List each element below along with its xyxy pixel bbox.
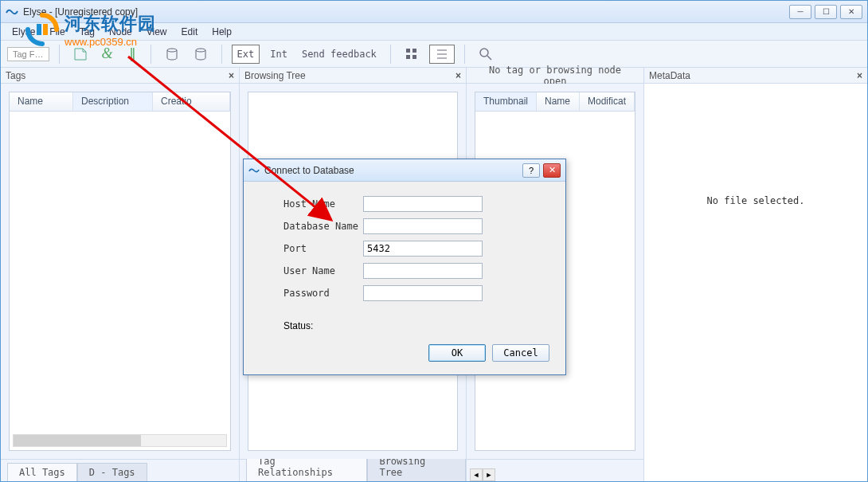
metadata-panel: MetaData × No file selected.	[644, 68, 867, 481]
dialog-app-icon	[248, 166, 260, 175]
browsing-panel-header: Browsing Tree ×	[240, 68, 466, 84]
user-input[interactable]	[363, 263, 483, 279]
list-column-headers: Thumbnail Name Modificat	[475, 92, 635, 112]
svg-point-9	[480, 49, 488, 57]
database-input[interactable]	[363, 218, 483, 234]
metadata-panel-title: MetaData	[649, 70, 690, 81]
svg-line-10	[487, 56, 491, 60]
menu-help[interactable]: Help	[205, 25, 238, 39]
svg-rect-3	[412, 49, 416, 53]
port-label: Port	[283, 243, 363, 254]
status-label: Status:	[283, 320, 313, 331]
metadata-empty-text: No file selected.	[644, 84, 867, 206]
database-label: Database Name	[283, 221, 363, 232]
view-thumbnails-icon[interactable]	[401, 45, 423, 64]
svg-rect-4	[406, 55, 410, 59]
svg-rect-5	[412, 55, 416, 59]
port-input[interactable]	[363, 241, 483, 257]
tab-d-tags[interactable]: D - Tags	[77, 463, 147, 481]
toolbar: Tag F… & || Ext Int Send feedback	[1, 41, 867, 68]
menu-view[interactable]: View	[140, 25, 174, 39]
list-panel-header: No tag or browsing node open	[467, 68, 643, 84]
col-description[interactable]: Description	[73, 92, 153, 111]
tags-panel: Tags × Name Description Creatio All Tags…	[1, 68, 240, 481]
cancel-button[interactable]: Cancel	[492, 344, 549, 362]
ampersand-tool-icon[interactable]: &	[98, 45, 117, 64]
dialog-close-button[interactable]: ✕	[543, 163, 561, 178]
svg-point-1	[196, 49, 205, 52]
user-label: User Name	[283, 265, 363, 276]
view-list-icon[interactable]	[429, 45, 455, 64]
send-feedback-button[interactable]: Send feedback	[298, 45, 381, 64]
dialog-titlebar: Connect to Database ? ✕	[244, 159, 565, 182]
host-input[interactable]	[363, 196, 483, 212]
maximize-button[interactable]: ☐	[815, 5, 837, 19]
tags-panel-title: Tags	[6, 70, 25, 81]
metadata-panel-header: MetaData ×	[644, 68, 867, 84]
close-button[interactable]: ✕	[840, 5, 862, 19]
menubar: Elyse File Tag Node View Edit Help	[1, 23, 867, 41]
metadata-panel-close-icon[interactable]: ×	[857, 70, 862, 81]
pause-tool-icon[interactable]: ||	[123, 45, 141, 64]
tab-all-tags[interactable]: All Tags	[7, 463, 77, 481]
col-thumbnail[interactable]: Thumbnail	[475, 92, 537, 111]
database-icon-2[interactable]	[190, 45, 212, 64]
ok-button[interactable]: OK	[428, 344, 486, 362]
menu-tag[interactable]: Tag	[73, 25, 101, 39]
scroll-right-icon[interactable]: ►	[483, 468, 495, 481]
menu-node[interactable]: Node	[103, 25, 139, 39]
col-list-name[interactable]: Name	[537, 92, 580, 111]
menu-file[interactable]: File	[43, 25, 71, 39]
password-label: Password	[283, 288, 363, 299]
dialog-help-button[interactable]: ?	[522, 163, 540, 178]
host-label: Host Name	[283, 198, 363, 210]
col-modification[interactable]: Modificat	[580, 92, 635, 111]
tags-bottom-tabs: All Tags D - Tags	[1, 459, 239, 481]
tags-panel-header: Tags ×	[1, 68, 239, 84]
window-title: Elyse - [Unregistered copy]	[23, 6, 789, 18]
col-name[interactable]: Name	[10, 92, 73, 111]
list-bottom-scroll: ◄ ►	[467, 459, 643, 481]
tags-column-headers: Name Description Creatio	[10, 92, 230, 112]
window-titlebar: Elyse - [Unregistered copy] ─ ☐ ✕	[1, 1, 867, 23]
browsing-panel-close-icon[interactable]: ×	[456, 70, 461, 81]
menu-edit[interactable]: Edit	[175, 25, 205, 39]
tag-tool-icon[interactable]	[69, 45, 92, 64]
tags-panel-close-icon[interactable]: ×	[229, 70, 234, 81]
scroll-left-icon[interactable]: ◄	[470, 468, 483, 481]
tag-filter-label[interactable]: Tag F…	[7, 47, 49, 61]
tags-hscrollbar[interactable]	[13, 434, 227, 447]
browsing-panel-title: Browsing Tree	[244, 70, 306, 81]
password-input[interactable]	[363, 285, 483, 301]
connect-database-dialog: Connect to Database ? ✕ Host Name Databa…	[243, 159, 566, 375]
app-icon	[6, 6, 18, 18]
minimize-button[interactable]: ─	[789, 5, 811, 19]
col-creation[interactable]: Creatio	[153, 92, 230, 111]
menu-elyse[interactable]: Elyse	[6, 25, 41, 39]
svg-point-0	[167, 49, 177, 52]
browsing-bottom-tabs: Tag Relationships Browsing Tree	[240, 459, 466, 481]
dialog-title: Connect to Database	[264, 165, 519, 176]
int-button[interactable]: Int	[266, 45, 291, 64]
svg-rect-2	[406, 49, 410, 53]
ext-button[interactable]: Ext	[232, 45, 260, 64]
database-icon-1[interactable]	[161, 45, 183, 64]
